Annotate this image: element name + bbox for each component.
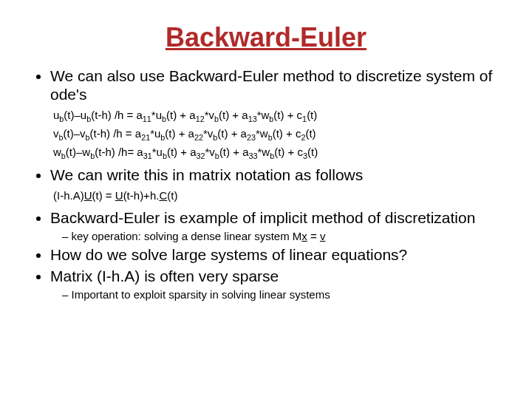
equation-1: ub(t)–ub(t-h) /h = a11*ub(t) + a12*vb(t)… xyxy=(53,108,502,125)
dash-key-op: key operation: solving a dense linear sy… xyxy=(62,230,502,242)
bullet-intro: We can also use Backward-Euler method to… xyxy=(50,66,502,103)
dash-sparsity: Important to exploit sparsity in solving… xyxy=(62,288,502,301)
bullet-matrix: We can write this in matrix notation as … xyxy=(50,166,502,184)
equation-3: wb(t)–wb(t-h) /h= a31*ub(t) + a32*vb(t) … xyxy=(53,145,502,162)
bullet-solve: How do we solve large systems of linear … xyxy=(50,245,502,264)
matrix-block: (I-h.A)U(t) = U(t-h)+h.C(t) xyxy=(53,188,502,203)
equation-block: ub(t)–ub(t-h) /h = a11*ub(t) + a12*vb(t)… xyxy=(53,108,502,161)
slide: Backward-Euler We can also use Backward-… xyxy=(0,0,532,318)
dash-block-1: key operation: solving a dense linear sy… xyxy=(62,230,502,242)
bullet-list: We can also use Backward-Euler method to… xyxy=(30,66,502,301)
slide-title: Backward-Euler xyxy=(30,22,502,53)
bullet-implicit: Backward-Euler is example of implicit me… xyxy=(50,208,502,227)
matrix-equation: (I-h.A)U(t) = U(t-h)+h.C(t) xyxy=(53,188,502,203)
equation-2: vb(t)–vb(t-h) /h = a21*ub(t) + a22*vb(t)… xyxy=(53,126,502,143)
bullet-sparse: Matrix (I-h.A) is often very sparse xyxy=(50,267,502,285)
dash-block-2: Important to exploit sparsity in solving… xyxy=(62,288,502,301)
